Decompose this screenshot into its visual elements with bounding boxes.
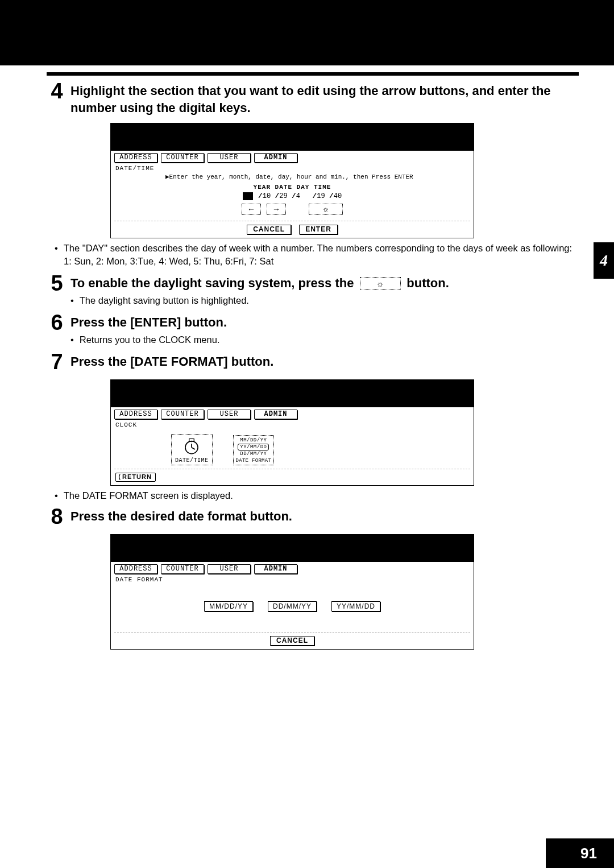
tab-address[interactable]: ADDRESS: [114, 564, 157, 574]
fmt-opt: YY/MM/DD: [238, 444, 269, 450]
screen-clock: ADDRESS COUNTER USER ADMIN CLOCK DATE/TI…: [110, 379, 474, 486]
step-6-bullet: Returns you to the CLOCK menu.: [80, 334, 220, 345]
step-7-bullet: The DATE FORMAT screen is displayed.: [55, 490, 579, 501]
step-title: Press the desired date format button.: [70, 508, 579, 525]
breadcrumb: CLOCK: [115, 421, 470, 428]
step-8: 8 Press the desired date format button.: [47, 506, 579, 527]
fmt-mmddyy-button[interactable]: MM/DD/YY: [204, 601, 253, 611]
step-5: 5 To enable the daylight saving system, …: [47, 272, 579, 308]
step-4-bullet: The "DAY" section describes the day of w…: [55, 243, 579, 254]
datetime-values: /10 /29 /4 /19 /40: [114, 192, 470, 200]
tab-admin[interactable]: ADMIN: [254, 153, 297, 163]
datetime-option[interactable]: DATE/TIME: [171, 434, 213, 465]
tab-row: ADDRESS COUNTER USER ADMIN: [114, 564, 470, 574]
fmt-opt: DD/MM/YY: [239, 451, 268, 457]
fmt-yymmdd-button[interactable]: YY/MM/DD: [331, 601, 380, 611]
tab-address[interactable]: ADDRESS: [114, 153, 157, 163]
val-date: 29: [279, 192, 287, 200]
breadcrumb: DATE FORMAT: [115, 576, 470, 583]
svg-line-4: [192, 447, 195, 449]
enter-button[interactable]: ENTER: [299, 225, 338, 234]
step-number: 4: [47, 80, 67, 102]
val-month: 10: [263, 192, 271, 200]
svg-rect-1: [189, 439, 194, 441]
tab-admin[interactable]: ADMIN: [254, 410, 297, 419]
cancel-button[interactable]: CANCEL: [270, 636, 314, 646]
step-number: 8: [47, 506, 67, 527]
clock-icon: [182, 437, 201, 456]
step-number: 6: [47, 312, 67, 333]
step-title: Highlight the section that you want to e…: [70, 82, 579, 116]
screen-dateformat: ADDRESS COUNTER USER ADMIN DATE FORMAT M…: [110, 534, 474, 650]
screen-datetime: ADDRESS COUNTER USER ADMIN DATE/TIME ▶En…: [110, 123, 474, 238]
chapter-tab: 4: [594, 242, 614, 279]
tab-user[interactable]: USER: [208, 153, 251, 163]
step-7: 7 Press the [DATE FORMAT] button.: [47, 351, 579, 373]
chapter-number: 4: [600, 251, 608, 270]
tab-user[interactable]: USER: [208, 410, 251, 419]
instruction-text: ▶Enter the year, month, date, day, hour …: [165, 173, 470, 180]
page-number: 91: [580, 845, 597, 862]
arrow-left-button[interactable]: ←: [242, 204, 261, 215]
return-arrow-icon: ⟨: [118, 473, 121, 481]
page-footer: 91: [546, 838, 614, 868]
step-4-bullet-sub: 1: Sun, 2: Mon, 3:Tue, 4: Wed, 5: Thu, 6…: [64, 256, 579, 267]
tab-address[interactable]: ADDRESS: [114, 410, 157, 419]
tab-admin[interactable]: ADMIN: [254, 564, 297, 574]
fmt-opt: MM/DD/YY: [239, 437, 268, 443]
step-title-part-b: button.: [406, 276, 449, 290]
dateformat-option[interactable]: MM/DD/YY YY/MM/DD DD/MM/YY DATE FORMAT: [233, 435, 275, 465]
return-button[interactable]: ⟨ RETURN: [115, 473, 156, 482]
daylight-saving-icon-button[interactable]: ☼: [360, 277, 401, 290]
year-highlight[interactable]: [243, 192, 253, 200]
step-number: 7: [47, 351, 67, 373]
val-min: 40: [334, 192, 342, 200]
tab-row: ADDRESS COUNTER USER ADMIN: [114, 153, 470, 163]
screen-titlebar: [111, 123, 474, 151]
tab-user[interactable]: USER: [208, 564, 251, 574]
return-label: RETURN: [122, 473, 152, 480]
tab-counter[interactable]: COUNTER: [161, 564, 204, 574]
screen-titlebar: [111, 380, 474, 407]
fmt-ddmmyy-button[interactable]: DD/MM/YY: [268, 601, 317, 611]
daylight-saving-button[interactable]: ☼: [309, 204, 343, 215]
tab-counter[interactable]: COUNTER: [161, 410, 204, 419]
arrow-right-button[interactable]: →: [267, 204, 286, 215]
step-5-bullet: The daylight saving button is highlighte…: [80, 295, 249, 306]
step-title-part-a: To enable the daylight saving system, pr…: [70, 276, 354, 290]
step-number: 5: [47, 272, 67, 294]
val-hour: 19: [317, 192, 325, 200]
step-4: 4 Highlight the section that you want to…: [47, 80, 579, 116]
page-header-blackbar: [0, 0, 614, 65]
tab-counter[interactable]: COUNTER: [161, 153, 204, 163]
step-title: Press the [DATE FORMAT] button.: [70, 353, 579, 370]
step-title: Press the [ENTER] button.: [70, 314, 579, 331]
datetime-label: DATE/TIME: [175, 457, 209, 464]
val-day: 4: [296, 192, 300, 200]
screen-titlebar: [111, 535, 474, 562]
dateformat-label: DATE FORMAT: [236, 458, 272, 464]
breadcrumb: DATE/TIME: [115, 165, 470, 172]
page-content: 4 Highlight the section that you want to…: [0, 76, 614, 650]
step-6: 6 Press the [ENTER] button. Returns you …: [47, 312, 579, 348]
tab-row: ADDRESS COUNTER USER ADMIN: [114, 410, 470, 419]
cancel-button[interactable]: CANCEL: [247, 225, 291, 234]
datetime-labels: YEAR DATE DAY TIME: [114, 184, 470, 191]
